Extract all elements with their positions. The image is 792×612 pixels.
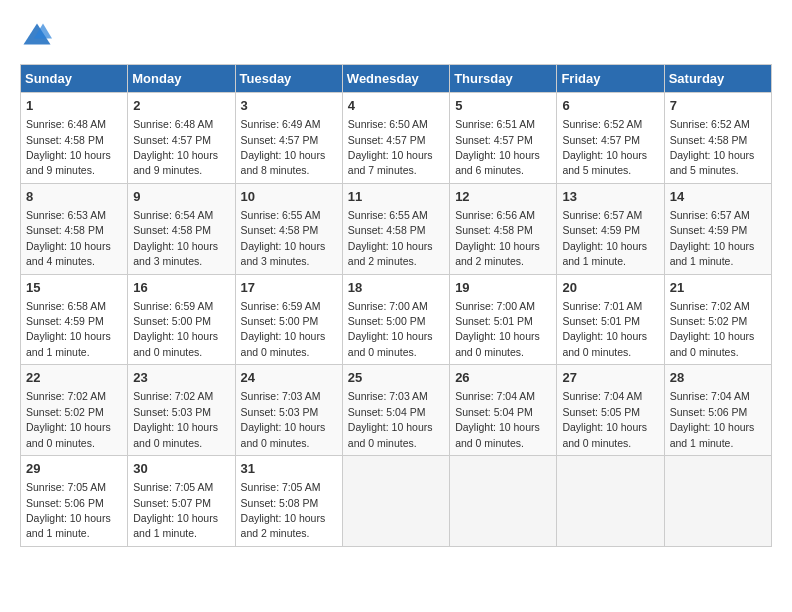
header-tuesday: Tuesday xyxy=(235,65,342,93)
cell-info: Sunrise: 6:59 AM Sunset: 5:00 PM Dayligh… xyxy=(133,300,218,358)
cell-info: Sunrise: 7:04 AM Sunset: 5:04 PM Dayligh… xyxy=(455,390,540,448)
calendar-cell: 8Sunrise: 6:53 AM Sunset: 4:58 PM Daylig… xyxy=(21,183,128,274)
calendar-cell: 14Sunrise: 6:57 AM Sunset: 4:59 PM Dayli… xyxy=(664,183,771,274)
day-number: 3 xyxy=(241,97,337,115)
day-number: 10 xyxy=(241,188,337,206)
day-number: 19 xyxy=(455,279,551,297)
cell-info: Sunrise: 6:55 AM Sunset: 4:58 PM Dayligh… xyxy=(241,209,326,267)
calendar-cell: 5Sunrise: 6:51 AM Sunset: 4:57 PM Daylig… xyxy=(450,93,557,184)
day-number: 23 xyxy=(133,369,229,387)
calendar-cell: 22Sunrise: 7:02 AM Sunset: 5:02 PM Dayli… xyxy=(21,365,128,456)
day-number: 6 xyxy=(562,97,658,115)
day-number: 21 xyxy=(670,279,766,297)
calendar-cell: 27Sunrise: 7:04 AM Sunset: 5:05 PM Dayli… xyxy=(557,365,664,456)
day-number: 16 xyxy=(133,279,229,297)
header-monday: Monday xyxy=(128,65,235,93)
cell-info: Sunrise: 6:50 AM Sunset: 4:57 PM Dayligh… xyxy=(348,118,433,176)
calendar-cell xyxy=(664,456,771,547)
calendar-cell: 30Sunrise: 7:05 AM Sunset: 5:07 PM Dayli… xyxy=(128,456,235,547)
day-number: 17 xyxy=(241,279,337,297)
calendar-cell: 15Sunrise: 6:58 AM Sunset: 4:59 PM Dayli… xyxy=(21,274,128,365)
cell-info: Sunrise: 7:02 AM Sunset: 5:02 PM Dayligh… xyxy=(670,300,755,358)
cell-info: Sunrise: 6:58 AM Sunset: 4:59 PM Dayligh… xyxy=(26,300,111,358)
calendar-cell: 13Sunrise: 6:57 AM Sunset: 4:59 PM Dayli… xyxy=(557,183,664,274)
day-number: 1 xyxy=(26,97,122,115)
header-thursday: Thursday xyxy=(450,65,557,93)
day-number: 30 xyxy=(133,460,229,478)
cell-info: Sunrise: 6:49 AM Sunset: 4:57 PM Dayligh… xyxy=(241,118,326,176)
cell-info: Sunrise: 7:00 AM Sunset: 5:01 PM Dayligh… xyxy=(455,300,540,358)
calendar-cell: 31Sunrise: 7:05 AM Sunset: 5:08 PM Dayli… xyxy=(235,456,342,547)
cell-info: Sunrise: 6:54 AM Sunset: 4:58 PM Dayligh… xyxy=(133,209,218,267)
day-number: 14 xyxy=(670,188,766,206)
cell-info: Sunrise: 7:05 AM Sunset: 5:06 PM Dayligh… xyxy=(26,481,111,539)
day-number: 8 xyxy=(26,188,122,206)
day-number: 4 xyxy=(348,97,444,115)
calendar-cell xyxy=(342,456,449,547)
day-number: 15 xyxy=(26,279,122,297)
cell-info: Sunrise: 7:03 AM Sunset: 5:04 PM Dayligh… xyxy=(348,390,433,448)
cell-info: Sunrise: 6:57 AM Sunset: 4:59 PM Dayligh… xyxy=(562,209,647,267)
calendar-cell: 21Sunrise: 7:02 AM Sunset: 5:02 PM Dayli… xyxy=(664,274,771,365)
week-row-3: 15Sunrise: 6:58 AM Sunset: 4:59 PM Dayli… xyxy=(21,274,772,365)
cell-info: Sunrise: 6:53 AM Sunset: 4:58 PM Dayligh… xyxy=(26,209,111,267)
calendar-header-row: SundayMondayTuesdayWednesdayThursdayFrid… xyxy=(21,65,772,93)
cell-info: Sunrise: 6:48 AM Sunset: 4:57 PM Dayligh… xyxy=(133,118,218,176)
week-row-4: 22Sunrise: 7:02 AM Sunset: 5:02 PM Dayli… xyxy=(21,365,772,456)
calendar-cell: 11Sunrise: 6:55 AM Sunset: 4:58 PM Dayli… xyxy=(342,183,449,274)
header-friday: Friday xyxy=(557,65,664,93)
cell-info: Sunrise: 6:52 AM Sunset: 4:58 PM Dayligh… xyxy=(670,118,755,176)
page-header xyxy=(20,20,772,54)
day-number: 28 xyxy=(670,369,766,387)
calendar-cell: 12Sunrise: 6:56 AM Sunset: 4:58 PM Dayli… xyxy=(450,183,557,274)
cell-info: Sunrise: 7:01 AM Sunset: 5:01 PM Dayligh… xyxy=(562,300,647,358)
day-number: 26 xyxy=(455,369,551,387)
calendar-cell: 9Sunrise: 6:54 AM Sunset: 4:58 PM Daylig… xyxy=(128,183,235,274)
calendar-cell: 7Sunrise: 6:52 AM Sunset: 4:58 PM Daylig… xyxy=(664,93,771,184)
calendar-cell: 23Sunrise: 7:02 AM Sunset: 5:03 PM Dayli… xyxy=(128,365,235,456)
day-number: 12 xyxy=(455,188,551,206)
cell-info: Sunrise: 6:52 AM Sunset: 4:57 PM Dayligh… xyxy=(562,118,647,176)
day-number: 20 xyxy=(562,279,658,297)
day-number: 2 xyxy=(133,97,229,115)
calendar-cell: 29Sunrise: 7:05 AM Sunset: 5:06 PM Dayli… xyxy=(21,456,128,547)
week-row-5: 29Sunrise: 7:05 AM Sunset: 5:06 PM Dayli… xyxy=(21,456,772,547)
day-number: 25 xyxy=(348,369,444,387)
calendar-cell: 28Sunrise: 7:04 AM Sunset: 5:06 PM Dayli… xyxy=(664,365,771,456)
logo xyxy=(20,20,52,54)
cell-info: Sunrise: 6:57 AM Sunset: 4:59 PM Dayligh… xyxy=(670,209,755,267)
cell-info: Sunrise: 7:03 AM Sunset: 5:03 PM Dayligh… xyxy=(241,390,326,448)
cell-info: Sunrise: 6:51 AM Sunset: 4:57 PM Dayligh… xyxy=(455,118,540,176)
cell-info: Sunrise: 7:00 AM Sunset: 5:00 PM Dayligh… xyxy=(348,300,433,358)
cell-info: Sunrise: 6:56 AM Sunset: 4:58 PM Dayligh… xyxy=(455,209,540,267)
cell-info: Sunrise: 6:55 AM Sunset: 4:58 PM Dayligh… xyxy=(348,209,433,267)
cell-info: Sunrise: 7:02 AM Sunset: 5:03 PM Dayligh… xyxy=(133,390,218,448)
week-row-1: 1Sunrise: 6:48 AM Sunset: 4:58 PM Daylig… xyxy=(21,93,772,184)
day-number: 18 xyxy=(348,279,444,297)
calendar-cell xyxy=(557,456,664,547)
day-number: 31 xyxy=(241,460,337,478)
calendar-cell xyxy=(450,456,557,547)
calendar-cell: 19Sunrise: 7:00 AM Sunset: 5:01 PM Dayli… xyxy=(450,274,557,365)
calendar-cell: 6Sunrise: 6:52 AM Sunset: 4:57 PM Daylig… xyxy=(557,93,664,184)
day-number: 22 xyxy=(26,369,122,387)
day-number: 9 xyxy=(133,188,229,206)
day-number: 5 xyxy=(455,97,551,115)
cell-info: Sunrise: 6:48 AM Sunset: 4:58 PM Dayligh… xyxy=(26,118,111,176)
header-saturday: Saturday xyxy=(664,65,771,93)
calendar-cell: 25Sunrise: 7:03 AM Sunset: 5:04 PM Dayli… xyxy=(342,365,449,456)
calendar-cell: 26Sunrise: 7:04 AM Sunset: 5:04 PM Dayli… xyxy=(450,365,557,456)
cell-info: Sunrise: 7:05 AM Sunset: 5:08 PM Dayligh… xyxy=(241,481,326,539)
cell-info: Sunrise: 7:04 AM Sunset: 5:06 PM Dayligh… xyxy=(670,390,755,448)
calendar-cell: 16Sunrise: 6:59 AM Sunset: 5:00 PM Dayli… xyxy=(128,274,235,365)
day-number: 29 xyxy=(26,460,122,478)
calendar-cell: 24Sunrise: 7:03 AM Sunset: 5:03 PM Dayli… xyxy=(235,365,342,456)
cell-info: Sunrise: 7:05 AM Sunset: 5:07 PM Dayligh… xyxy=(133,481,218,539)
day-number: 7 xyxy=(670,97,766,115)
calendar-cell: 10Sunrise: 6:55 AM Sunset: 4:58 PM Dayli… xyxy=(235,183,342,274)
calendar-cell: 3Sunrise: 6:49 AM Sunset: 4:57 PM Daylig… xyxy=(235,93,342,184)
week-row-2: 8Sunrise: 6:53 AM Sunset: 4:58 PM Daylig… xyxy=(21,183,772,274)
calendar-cell: 1Sunrise: 6:48 AM Sunset: 4:58 PM Daylig… xyxy=(21,93,128,184)
calendar-cell: 20Sunrise: 7:01 AM Sunset: 5:01 PM Dayli… xyxy=(557,274,664,365)
header-sunday: Sunday xyxy=(21,65,128,93)
